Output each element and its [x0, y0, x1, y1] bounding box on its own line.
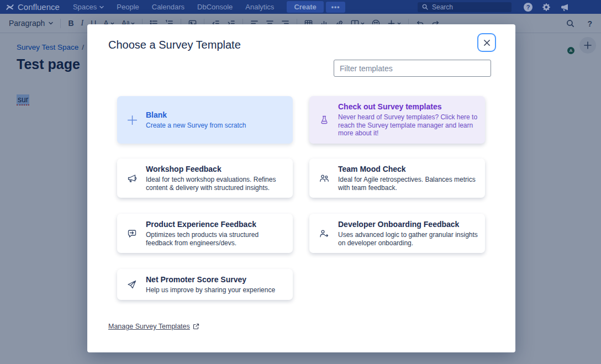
card-description: Help us improve by sharing your experien… — [146, 286, 275, 294]
announcement-icon[interactable] — [560, 3, 569, 12]
close-icon — [483, 39, 491, 46]
card-text: Net Promoter Score Survey Help us improv… — [146, 275, 275, 294]
manage-survey-templates-link[interactable]: Manage Survey Templates — [108, 323, 199, 330]
card-description: Never heard of Survey templates? Click h… — [338, 113, 477, 138]
plus-icon — [125, 114, 139, 126]
confluence-screen: Confluence Spaces People Calendars DbCon… — [0, 0, 601, 364]
survey-template-modal: Choose a Survey Template Blank Create a … — [87, 24, 515, 352]
people-icon — [318, 173, 331, 183]
card-title: Developer Onboarding Feedback — [338, 220, 478, 229]
card-text: Team Mood Check Ideal for Agile retrospe… — [338, 165, 476, 192]
card-title: Product Experience Feedback — [146, 220, 259, 229]
template-card-developer-onboarding-feedback[interactable]: Developer Onboarding Feedback Uses advan… — [309, 214, 485, 253]
nav-item-spaces[interactable]: Spaces — [73, 3, 104, 11]
card-description: Ideal for Agile retrospectives. Balances… — [338, 176, 476, 192]
external-link-icon — [193, 323, 199, 330]
template-card-net-promoter-score[interactable]: Net Promoter Score Survey Help us improv… — [117, 269, 293, 300]
megaphone-icon — [125, 173, 139, 183]
card-text: Product Experience Feedback Optimizes te… — [146, 220, 259, 247]
card-title: Net Promoter Score Survey — [146, 275, 275, 284]
nav-item-people[interactable]: People — [117, 3, 139, 11]
card-text: Check out Survey templates Never heard o… — [338, 102, 477, 138]
nav-item-calendars[interactable]: Calendars — [152, 3, 184, 11]
nav-search-input[interactable] — [432, 3, 498, 11]
person-arrow-icon — [318, 229, 331, 239]
confluence-logo[interactable]: Confluence — [6, 2, 60, 12]
paper-plane-icon — [125, 279, 139, 289]
feedback-bubble-icon — [125, 229, 139, 239]
search-icon — [422, 4, 428, 10]
card-text: Blank Create a new Survey from scratch — [146, 110, 246, 130]
template-card-blank[interactable]: Blank Create a new Survey from scratch — [117, 96, 293, 144]
card-description: Uses advanced logic to gather granular i… — [338, 231, 478, 247]
card-title: Check out Survey templates — [338, 102, 477, 111]
template-card-workshop-feedback[interactable]: Workshop Feedback Ideal for tech worksho… — [117, 159, 293, 198]
modal-title: Choose a Survey Template — [108, 39, 241, 51]
template-card-checkout-templates[interactable]: Check out Survey templates Never heard o… — [309, 96, 485, 144]
card-text: Workshop Feedback Ideal for tech worksho… — [146, 165, 276, 192]
confluence-logo-icon — [6, 3, 14, 12]
card-title: Team Mood Check — [338, 165, 476, 173]
card-text: Developer Onboarding Feedback Uses advan… — [338, 220, 478, 247]
top-nav: Confluence Spaces People Calendars DbCon… — [0, 0, 601, 14]
gear-icon[interactable] — [542, 3, 551, 12]
template-card-team-mood-check[interactable]: Team Mood Check Ideal for Agile retrospe… — [309, 159, 485, 198]
nav-more-button[interactable]: ••• — [326, 2, 346, 13]
nav-item-dbconsole[interactable]: DbConsole — [197, 3, 233, 11]
card-title: Workshop Feedback — [146, 165, 276, 173]
close-button[interactable] — [477, 33, 496, 52]
template-card-product-experience-feedback[interactable]: Product Experience Feedback Optimizes te… — [117, 214, 293, 253]
card-description: Create a new Survey from scratch — [146, 122, 246, 130]
brand-name: Confluence — [18, 2, 60, 12]
card-description: Ideal for tech workshop evaluations. Ref… — [146, 176, 276, 192]
nav-item-analytics[interactable]: Analytics — [245, 3, 274, 11]
flask-icon — [318, 115, 331, 124]
card-title: Blank — [146, 110, 246, 119]
card-description: Optimizes tech products via structured f… — [146, 231, 259, 247]
nav-search-box[interactable] — [418, 2, 512, 12]
help-icon[interactable]: ? — [524, 3, 533, 12]
create-button[interactable]: Create — [287, 1, 323, 13]
filter-templates-input[interactable] — [334, 60, 491, 77]
chevron-down-icon — [99, 6, 104, 9]
